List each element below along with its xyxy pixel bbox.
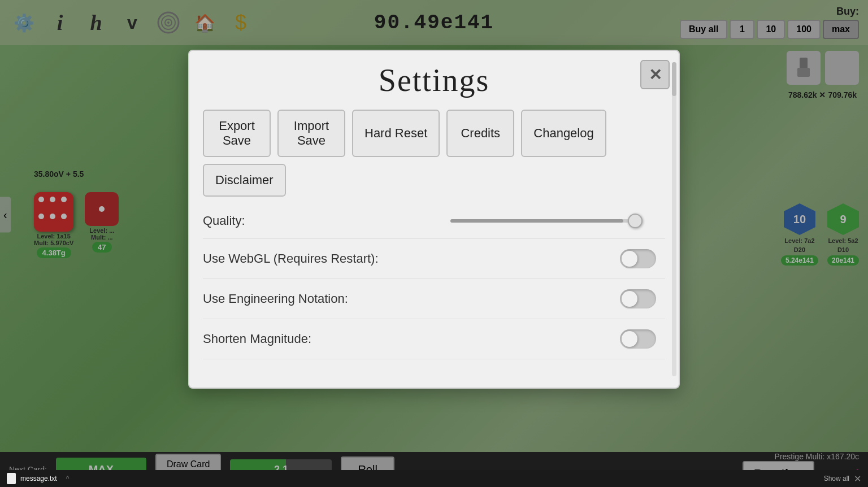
expand-icon[interactable]: ^	[66, 475, 70, 482]
webgl-toggle-knob	[622, 251, 637, 267]
webgl-option-row: Use WebGL (Requires Restart):	[203, 239, 665, 279]
settings-modal: Settings ✕ ExportSave ImportSave Hard Re…	[188, 50, 680, 389]
export-save-button[interactable]: ExportSave	[203, 110, 271, 157]
file-icon	[7, 473, 16, 484]
taskbar-close-icon[interactable]: ✕	[854, 473, 861, 484]
shorten-toggle-knob	[622, 331, 637, 347]
engineering-label: Use Engineering Notation:	[203, 292, 620, 306]
taskbar: message.txt ^ Show all ✕	[0, 470, 868, 487]
modal-scrollbar-thumb	[672, 62, 676, 96]
file-name: message.txt	[20, 475, 57, 482]
shorten-toggle-container	[620, 329, 665, 349]
quality-slider[interactable]	[450, 219, 643, 223]
shorten-toggle[interactable]	[620, 329, 656, 349]
import-save-button[interactable]: ImportSave	[277, 110, 345, 157]
engineering-toggle-knob	[622, 291, 637, 307]
show-all-link[interactable]: Show all	[824, 475, 849, 482]
settings-title: Settings	[203, 62, 665, 98]
hard-reset-button[interactable]: Hard Reset	[352, 110, 440, 157]
settings-buttons-row-2: Disclaimer	[203, 164, 665, 197]
quality-slider-track	[450, 219, 623, 223]
changelog-button[interactable]: Changelog	[521, 110, 606, 157]
quality-option-row: Quality:	[203, 203, 665, 239]
shorten-option-row: Shorten Magnitude:	[203, 319, 665, 359]
engineering-option-row: Use Engineering Notation:	[203, 279, 665, 319]
shorten-label: Shorten Magnitude:	[203, 332, 620, 346]
quality-slider-thumb	[628, 214, 643, 228]
webgl-toggle[interactable]	[620, 249, 656, 268]
engineering-toggle-container	[620, 289, 665, 308]
webgl-label: Use WebGL (Requires Restart):	[203, 251, 620, 266]
disclaimer-button[interactable]: Disclaimer	[203, 164, 286, 197]
settings-buttons-row-1: ExportSave ImportSave Hard Reset Credits…	[203, 110, 665, 157]
engineering-toggle[interactable]	[620, 289, 656, 308]
quality-slider-container[interactable]	[450, 219, 665, 223]
webgl-toggle-container	[620, 249, 665, 268]
modal-scrollbar[interactable]	[672, 62, 676, 376]
modal-overlay: Settings ✕ ExportSave ImportSave Hard Re…	[0, 0, 868, 487]
credits-button[interactable]: Credits	[446, 110, 514, 157]
quality-label: Quality:	[203, 214, 450, 228]
close-button[interactable]: ✕	[640, 60, 670, 89]
